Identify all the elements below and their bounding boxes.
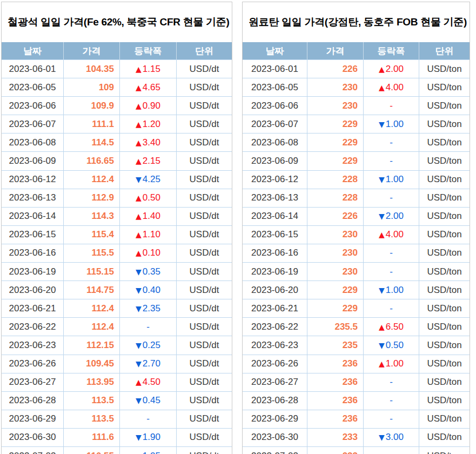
- table-row: 2023-06-05 109 ▲4.65 USD/dt: [2, 78, 232, 96]
- change-cell: ▼1.90: [119, 429, 176, 446]
- unit-cell: USD/dt: [176, 392, 232, 410]
- price-cell: 114.5: [63, 133, 119, 151]
- table-row: 2023-06-07 229 ▼1.00 USD/ton: [243, 115, 470, 133]
- date-cell: 2023-06-30: [2, 429, 63, 446]
- down-arrow-icon: ▼: [136, 359, 142, 368]
- price-cell: 236: [307, 410, 363, 428]
- change-cell: ▼3.00: [363, 429, 419, 446]
- price-cell: 229: [307, 152, 363, 170]
- table-row: 2023-06-27 113.95 ▲4.50 USD/dt: [2, 373, 232, 391]
- table-row: 2023-06-19 230 - USD/ton: [243, 262, 470, 281]
- price-tables-container: 철광석 일일 가격(Fe 62%, 북중국 CFR 현물 기준) 날짜 가격 등…: [1, 2, 470, 454]
- change-cell: ▼1.00: [363, 281, 419, 299]
- date-cell: 2023-06-19: [243, 263, 307, 281]
- price-cell: 114.75: [63, 281, 119, 299]
- up-arrow-icon: ▲: [379, 83, 385, 92]
- date-cell: 2023-06-29: [2, 410, 63, 428]
- unit-cell: USD/ton: [419, 60, 470, 78]
- table-row: 2023-06-06 109.9 ▲0.90 USD/dt: [2, 96, 232, 115]
- change-cell: ▲2.00: [363, 60, 419, 78]
- change-cell: ▼2.00: [363, 208, 419, 225]
- date-cell: 2023-06-30: [243, 429, 307, 446]
- change-cell: ▲4.65: [119, 78, 176, 96]
- date-cell: 2023-07-03: [243, 447, 307, 454]
- change-cell: ▲4.00: [363, 226, 419, 244]
- column-header-date: 날짜: [243, 42, 307, 59]
- change-cell: -: [363, 392, 419, 410]
- unit-cell: USD/dt: [176, 355, 232, 373]
- date-cell: 2023-06-21: [2, 299, 63, 317]
- unit-cell: USD/ton: [419, 263, 470, 281]
- down-arrow-icon: ▼: [136, 433, 142, 442]
- column-header-change: 등락폭: [119, 42, 176, 59]
- price-cell: 112.4: [63, 318, 119, 336]
- up-arrow-icon: ▲: [136, 157, 142, 165]
- change-cell: ▼0.25: [119, 336, 176, 354]
- column-header-price: 가격: [63, 42, 119, 59]
- unit-cell: USD/ton: [419, 189, 470, 207]
- date-cell: 2023-06-06: [243, 97, 307, 115]
- table-row: 2023-06-20 114.75 ▼0.40 USD/dt: [2, 281, 232, 299]
- date-cell: 2023-06-26: [243, 355, 307, 373]
- date-cell: 2023-06-28: [2, 392, 63, 410]
- date-cell: 2023-06-22: [243, 318, 307, 336]
- change-cell: -: [363, 244, 419, 262]
- price-cell: 235: [307, 336, 363, 354]
- price-cell: 115.4: [63, 226, 119, 244]
- change-cell: -: [363, 263, 419, 281]
- unit-cell: USD/dt: [176, 244, 232, 262]
- date-cell: 2023-06-21: [243, 299, 307, 317]
- down-arrow-icon: ▼: [136, 175, 142, 184]
- price-cell: 236: [307, 373, 363, 391]
- down-arrow-icon: ▼: [379, 286, 385, 295]
- date-cell: 2023-06-16: [2, 244, 63, 262]
- change-cell: ▲2.15: [119, 152, 176, 170]
- unit-cell: USD/ton: [419, 447, 470, 454]
- change-cell: ▲0.50: [119, 189, 176, 207]
- price-cell: 236: [307, 392, 363, 410]
- date-cell: 2023-06-14: [2, 208, 63, 225]
- change-cell: ▼0.45: [119, 392, 176, 410]
- unit-cell: USD/dt: [176, 60, 232, 78]
- change-cell: ▲0.10: [119, 244, 176, 262]
- table-row: 2023-06-20 229 ▼1.00 USD/ton: [243, 281, 470, 299]
- table-row: 2023-06-16 230 - USD/ton: [243, 244, 470, 262]
- price-cell: 115.15: [63, 263, 119, 281]
- table-row: 2023-06-27 236 - USD/ton: [243, 373, 470, 391]
- price-cell: 230: [307, 263, 363, 281]
- price-cell: 230: [307, 244, 363, 262]
- up-arrow-icon: ▲: [136, 230, 142, 239]
- change-cell: ▲3.40: [119, 133, 176, 151]
- change-cell: ▼4.25: [119, 171, 176, 189]
- table-row: 2023-06-06 230 - USD/ton: [243, 96, 470, 115]
- price-cell: 111.1: [63, 115, 119, 133]
- price-cell: 229: [307, 115, 363, 133]
- up-arrow-icon: ▲: [136, 120, 142, 129]
- unit-cell: USD/ton: [419, 429, 470, 446]
- unit-cell: USD/dt: [176, 115, 232, 133]
- down-arrow-icon: ▼: [136, 304, 142, 313]
- up-arrow-icon: ▲: [136, 193, 142, 202]
- up-arrow-icon: ▲: [136, 102, 142, 110]
- table-row: 2023-06-30 233 ▼3.00 USD/ton: [243, 428, 470, 446]
- price-cell: 228: [307, 171, 363, 189]
- date-cell: 2023-06-12: [243, 171, 307, 189]
- up-arrow-icon: ▲: [136, 378, 142, 386]
- change-cell: ▼1.00: [363, 171, 419, 189]
- change-cell: ▲4.00: [363, 78, 419, 96]
- change-cell: ▲1.10: [119, 226, 176, 244]
- date-cell: 2023-06-26: [2, 355, 63, 373]
- price-cell: 109.45: [63, 355, 119, 373]
- table-row: 2023-06-01 104.35 ▲1.15 USD/dt: [2, 59, 232, 78]
- up-arrow-icon: ▲: [379, 359, 385, 368]
- column-header-unit: 단위: [419, 42, 470, 59]
- table-row: 2023-06-13 112.9 ▲0.50 USD/dt: [2, 189, 232, 207]
- table-row: 2023-06-15 115.4 ▲1.10 USD/dt: [2, 225, 232, 244]
- date-cell: 2023-06-15: [243, 226, 307, 244]
- unit-cell: USD/dt: [176, 336, 232, 354]
- down-arrow-icon: ▼: [136, 286, 142, 295]
- price-cell: 112.9: [63, 189, 119, 207]
- change-cell: ▼2.35: [119, 299, 176, 317]
- table-row: 2023-06-26 236 ▲1.00 USD/ton: [243, 355, 470, 373]
- table-row: 2023-06-23 112.15 ▼0.25 USD/dt: [2, 336, 232, 354]
